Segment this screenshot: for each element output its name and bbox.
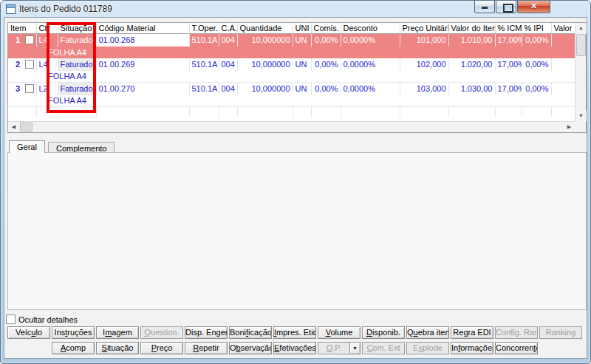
grid-cell-qtd[interactable]: 10,000000 <box>237 83 293 95</box>
grid-cell-preco[interactable]: 101,000 <box>400 34 448 47</box>
horizontal-scroll-thumb[interactable] <box>20 123 33 131</box>
grid-header-uni[interactable]: UNI <box>293 23 311 34</box>
button-situa-o[interactable]: Situação <box>96 342 139 354</box>
grid-cell-codigo[interactable]: 01.00.269 <box>96 58 189 71</box>
grid-cell-empty[interactable] <box>400 107 448 117</box>
grid-cell-comis[interactable]: 0,00% <box>311 58 341 71</box>
grid-cell-valor[interactable]: 1.010,00 <box>448 34 495 47</box>
grid-cell-ca[interactable]: 004 <box>219 58 237 71</box>
button-repetir[interactable]: Repetir <box>185 342 228 354</box>
grid-cell-icms[interactable]: 17,00% <box>495 34 522 47</box>
grid-header-icms[interactable]: % ICMS <box>495 23 522 34</box>
button-disponib[interactable]: Disponib. <box>362 326 405 339</box>
grid-header-ca[interactable]: C.A. <box>219 23 237 34</box>
grid-cell-preco[interactable]: 102,000 <box>400 58 448 71</box>
button-instru-es[interactable]: Instruções <box>52 326 95 339</box>
tab-geral[interactable]: Geral <box>9 140 45 153</box>
grid-cell-item[interactable]: 2 <box>8 58 36 71</box>
grid-cell-item[interactable]: 1 <box>8 34 36 47</box>
ocultar-detalhes-checkbox[interactable] <box>6 315 16 324</box>
grid-cell-ipi[interactable]: 0,00% <box>522 83 551 95</box>
button-acomp[interactable]: Acomp <box>52 342 95 354</box>
button-informa-es[interactable]: Informações <box>451 342 493 354</box>
grid-header-codigo[interactable]: Código Material <box>96 23 189 34</box>
button-disp-engenh[interactable]: Disp. Engenh. <box>185 326 228 339</box>
grid-cell-empty[interactable] <box>293 107 311 117</box>
grid-cell-codigo[interactable]: 01.00.270 <box>96 83 189 95</box>
grid-cell-desconto[interactable]: 0,0000% <box>341 34 400 47</box>
grid-cell-empty[interactable] <box>237 107 293 117</box>
grid-header-ipi[interactable]: % IPI <box>522 23 551 34</box>
grid-cell-empty[interactable] <box>219 107 237 117</box>
grid-header-desconto[interactable]: Desconto <box>341 23 400 34</box>
scroll-down-icon[interactable]: ▼ <box>575 111 587 121</box>
button-observa-o[interactable]: Observação <box>229 342 272 354</box>
maximize-button[interactable] <box>496 1 516 13</box>
grid-cell-icms[interactable]: 17,00% <box>495 83 522 95</box>
grid-header-valoripi[interactable]: Valor IPI <box>551 23 575 34</box>
scroll-right-icon[interactable]: ▶ <box>564 122 575 132</box>
vertical-scrollbar[interactable]: ▲ ▼ <box>575 23 586 121</box>
grid-cell-comis[interactable]: 0,00% <box>311 83 341 95</box>
grid-cell-empty[interactable] <box>311 107 341 117</box>
grid-cell-empty[interactable] <box>448 107 495 117</box>
row-checkbox[interactable] <box>25 84 34 93</box>
button-ve-culo[interactable]: Veículo <box>7 326 50 339</box>
grid-cell-ipi[interactable]: 0,00% <box>522 34 551 47</box>
grid-cell-valoripi[interactable] <box>551 34 575 47</box>
grid-cell-desconto[interactable]: 0,0000% <box>341 58 400 71</box>
button-bonifica-o[interactable]: Bonificação <box>229 326 272 339</box>
button-efetiva-es[interactable]: Efetivações <box>273 342 316 354</box>
button-volume[interactable]: Volume <box>318 326 361 339</box>
row-checkbox[interactable] <box>25 35 34 44</box>
button-imagem[interactable]: Imagem <box>96 326 139 339</box>
row-checkbox[interactable] <box>25 60 34 69</box>
grid-header-toper[interactable]: T.Oper. <box>189 23 219 34</box>
grid-cell-ca[interactable]: 004 <box>219 34 237 47</box>
grid-cell-valor[interactable]: 1.020,00 <box>448 58 495 71</box>
close-button[interactable] <box>517 1 550 13</box>
grid-cell-toper[interactable]: 510.1A <box>189 58 219 71</box>
grid-cell-toper[interactable]: 510.1A <box>189 83 219 95</box>
button-concorrente[interactable]: Concorrente <box>495 342 538 354</box>
tab-complemento[interactable]: Complemento <box>48 142 115 153</box>
button-impres-etiq[interactable]: Impres. Etiq. <box>273 326 316 339</box>
grid-cell-preco[interactable]: 103,000 <box>400 83 448 95</box>
grid-cell-uni[interactable]: UN <box>293 83 311 95</box>
grid-cell-empty[interactable] <box>495 107 522 117</box>
minimize-button[interactable] <box>474 1 495 13</box>
grid-cell-uni[interactable]: UN <box>293 34 311 47</box>
grid-cell-empty[interactable] <box>522 107 551 117</box>
grid-header-preco[interactable]: Preço Unitário <box>400 23 448 34</box>
button-pre-o[interactable]: Preço <box>140 342 183 354</box>
grid-header-item[interactable]: Item <box>8 23 36 34</box>
button-quebra-itens[interactable]: Quebra itens <box>406 326 449 339</box>
grid-cell-toper[interactable]: 510.1A <box>189 34 219 47</box>
scroll-up-icon[interactable]: ▲ <box>575 23 587 33</box>
grid-cell-valoripi[interactable] <box>551 58 575 71</box>
grid-cell-qtd[interactable]: 10,000000 <box>237 34 293 47</box>
op-dropdown-icon[interactable]: ▼ <box>349 342 361 354</box>
grid-cell-empty[interactable] <box>551 107 575 117</box>
grid-cell-desconto[interactable]: 0,0000% <box>341 83 400 95</box>
grid-header-valor[interactable]: Valor do Item <box>448 23 495 34</box>
grid-cell-item[interactable]: 3 <box>8 83 36 95</box>
grid-cell-uni[interactable]: UN <box>293 58 311 71</box>
horizontal-scrollbar[interactable]: ◀ ▶ <box>8 121 575 132</box>
grid-header-comis[interactable]: Comis. <box>311 23 341 34</box>
grid-cell-valor[interactable]: 1.030,00 <box>448 83 495 95</box>
grid-cell-empty[interactable] <box>8 107 36 117</box>
grid-cell-ca[interactable]: 004 <box>219 83 237 95</box>
scroll-left-icon[interactable]: ◀ <box>8 122 19 132</box>
grid-header-qtd[interactable]: Quantidade <box>237 23 293 34</box>
grid-cell-comis[interactable]: 0,00% <box>311 34 341 47</box>
grid-cell-empty[interactable] <box>96 107 189 117</box>
button-regra-edi[interactable]: Regra EDI <box>451 326 493 339</box>
grid-cell-qtd[interactable]: 10,000000 <box>237 58 293 71</box>
grid-cell-ipi[interactable]: 0,00% <box>522 58 551 71</box>
grid-cell-empty[interactable] <box>341 107 400 117</box>
grid-cell-valoripi[interactable] <box>551 83 575 95</box>
grid-cell-empty[interactable] <box>189 107 219 117</box>
vertical-scroll-thumb[interactable] <box>576 34 586 56</box>
grid-cell-icms[interactable]: 17,00% <box>495 58 522 71</box>
